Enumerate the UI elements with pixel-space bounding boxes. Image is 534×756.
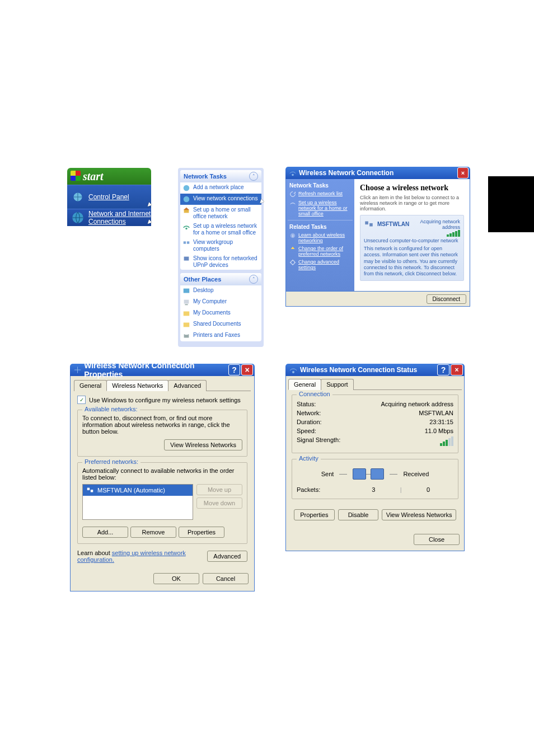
view-wireless-button[interactable]: View Wireless Networks [382,509,456,520]
sidebar-item-label: Printers and Faxes [193,332,240,339]
svg-point-2 [184,185,190,191]
choose-wireless-window: Wireless Network Connection × Network Ta… [285,167,470,307]
link-label: Change the order of preferred networks [298,246,351,257]
svg-point-5 [185,228,188,230]
svg-marker-19 [291,247,295,249]
sidebar-item-label: Shared Documents [193,321,241,327]
change-order-link[interactable]: Change the order of preferred networks [289,246,351,257]
connection-icon [73,365,82,374]
sidebar-item-view-connections[interactable]: View network connections [180,194,261,205]
chevron-up-icon[interactable]: ˄ [249,172,258,181]
preferred-list[interactable]: MSFTWLAN (Automatic) [82,484,193,520]
link-label: Learn about wireless networking [298,232,351,243]
sidebar-item-shared-docs[interactable]: Shared Documents [180,319,261,330]
network-tasks-header[interactable]: Network Tasks ˄ [180,170,261,182]
ok-button[interactable]: OK [153,573,199,584]
svg-point-25 [292,371,294,373]
change-advanced-link[interactable]: Change advanced settings [289,259,351,270]
sidebar-item-my-computer[interactable]: My Computer [180,297,261,308]
wireless-icon [289,365,298,374]
signal-label: Signal Strength: [297,436,340,446]
help-button[interactable]: ? [437,364,449,375]
sidebar-item-add-network-place[interactable]: Add a network place [180,182,261,194]
sidebar-item-setup-home[interactable]: Set up a home or small office network [180,205,261,221]
sidebar-item-printers[interactable]: Printers and Faxes [180,330,261,341]
activity-group: Activity Sent Received Packets: 3 | [292,459,458,499]
choose-wireless-sub: Click an item in the list below to conne… [360,195,464,212]
wireless-status-dialog: Wireless Network Connection Status ? × G… [285,364,465,551]
start-button[interactable]: start [67,168,151,185]
preferred-item[interactable]: MSFTWLAN (Automatic) [83,485,193,496]
svg-point-16 [292,174,294,176]
wireless-icon [289,169,297,177]
refresh-list-link[interactable]: Refresh network list [289,191,351,198]
cancel-button[interactable]: Cancel [203,573,249,584]
signal-bars-icon [440,436,453,446]
setup-wireless-link[interactable]: Set up a wireless network for a home or … [289,200,351,217]
wlan-item-status: Acquiring network address [409,219,460,230]
learn-wireless-link[interactable]: iLearn about wireless networking [289,232,351,243]
wlan-sidebar: Network Tasks Refresh network list Set u… [286,179,354,291]
sidebar-item-setup-wireless[interactable]: Set up a wireless network for a home or … [180,221,261,237]
sidebar-item-workgroup[interactable]: View workgroup computers [180,237,261,253]
use-windows-checkbox[interactable]: ✓ Use Windows to configure my wireless n… [77,396,247,404]
sidebar-item-label: View workgroup computers [193,239,258,252]
sidebar-item-my-documents[interactable]: My Documents [180,308,261,319]
view-wireless-button[interactable]: View Wireless Networks [164,439,242,450]
svg-rect-6 [184,241,186,243]
preferred-item-label: MSFTWLAN (Automatic) [97,487,165,494]
wireless-properties-dialog: Wireless Network Connection Properties ?… [70,364,255,591]
svg-point-3 [184,196,190,203]
svg-rect-11 [185,304,188,306]
wlan-item[interactable]: MSFTWLAN Acquiring network address Unsec… [360,215,464,281]
sidebar-item-desktop[interactable]: Desktop [180,285,261,297]
tab-general[interactable]: General [74,380,107,391]
available-desc: To connect to, disconnect from, or find … [82,415,242,435]
chevron-up-icon[interactable]: ˄ [249,275,258,284]
sidebar-item-upnp[interactable]: Show icons for networked UPnP devices [180,253,261,270]
control-panel-tile[interactable]: Control Panel [67,185,151,209]
activity-icon [353,468,384,480]
tab-wireless-networks[interactable]: Wireless Networks [106,380,168,391]
move-down-button[interactable]: Move down [196,497,242,509]
svg-point-20 [291,261,295,265]
learn-text: Learn about setting up wireless network … [77,550,207,563]
tab-general[interactable]: General [288,379,321,390]
link-label: Change advanced settings [298,259,351,270]
close-button[interactable]: × [457,167,469,179]
titlebar-label: Wireless Network Connection Status [300,366,417,374]
titlebar[interactable]: Wireless Network Connection × [285,167,470,179]
svg-rect-8 [184,257,189,261]
other-places-header[interactable]: Other Places ˄ [180,273,261,285]
close-button-bottom[interactable]: Close [414,534,460,545]
disconnect-button[interactable]: Disconnect [427,294,466,304]
tab-advanced[interactable]: Advanced [168,380,207,391]
titlebar[interactable]: Wireless Network Connection Properties ?… [70,364,255,376]
sidebar-item-label: Show icons for networked UPnP devices [193,255,258,268]
network-connections-tile[interactable]: Network and Internet Connections [67,209,151,226]
svg-rect-13 [184,323,190,327]
tab-support[interactable]: Support [321,379,354,390]
titlebar[interactable]: Wireless Network Connection Status ? × [285,364,465,376]
properties-button[interactable]: Properties [294,509,335,520]
advanced-button[interactable]: Advanced [207,551,247,562]
adhoc-icon [364,219,374,229]
svg-rect-10 [184,300,189,304]
svg-rect-14 [184,334,189,337]
item-properties-button[interactable]: Properties [179,527,224,538]
control-panel-label: Control Panel [88,193,129,201]
move-up-button[interactable]: Move up [196,484,242,495]
duration-value: 23:31:15 [429,419,453,425]
sidebar-item-label: Set up a wireless network for a home or … [193,223,258,236]
start-label: start [83,170,104,182]
add-button[interactable]: Add... [82,527,128,538]
wlan-network-tasks-hd: Network Tasks [289,182,351,189]
wlan-item-name: MSFTWLAN [377,221,409,227]
help-button[interactable]: ? [228,364,240,375]
disable-button[interactable]: Disable [338,509,379,520]
svg-rect-7 [187,241,189,243]
close-button[interactable]: × [451,364,463,375]
close-button[interactable]: × [241,364,253,375]
remove-button[interactable]: Remove [130,527,176,538]
titlebar-label: Wireless Network Connection [299,169,394,177]
